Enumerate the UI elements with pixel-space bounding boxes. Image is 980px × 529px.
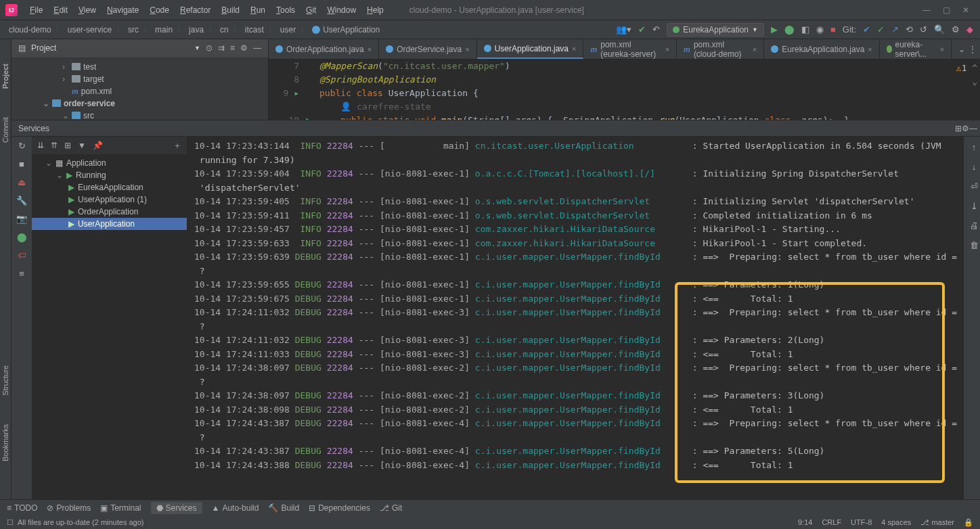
- dependencies-tab[interactable]: ⊟Dependencies: [309, 503, 370, 513]
- git-push-icon[interactable]: ↗: [891, 24, 899, 34]
- add-icon[interactable]: ＋: [173, 140, 181, 152]
- build-tab[interactable]: 🔨Build: [268, 503, 299, 513]
- rerun-icon[interactable]: ↻: [18, 141, 26, 151]
- expand-icon[interactable]: ⊞: [955, 124, 962, 133]
- down-icon[interactable]: ↓: [972, 162, 977, 172]
- project-tool-tab[interactable]: Project: [0, 60, 11, 93]
- clear-icon[interactable]: 🗑: [970, 240, 979, 250]
- undo-icon[interactable]: ↶: [652, 24, 660, 34]
- breadcrumb-item[interactable]: user-service: [66, 25, 114, 34]
- tree-item-pom[interactable]: mpom.xml: [12, 85, 268, 97]
- collapse-all-icon[interactable]: ⇈: [51, 141, 58, 150]
- wrench-icon[interactable]: 🔧: [16, 196, 27, 206]
- stop-button[interactable]: ■: [830, 24, 836, 34]
- hide-icon[interactable]: —: [253, 43, 261, 53]
- breadcrumb-item[interactable]: itcast: [243, 25, 266, 34]
- expand-all-icon[interactable]: ⇊: [37, 141, 44, 150]
- menu-build[interactable]: Build: [216, 3, 245, 18]
- stop-icon[interactable]: ■: [19, 159, 24, 169]
- editor-tab[interactable]: OrderService.java×: [379, 39, 476, 59]
- wrap-icon[interactable]: ⏎: [971, 181, 978, 191]
- inspection-badge[interactable]: ⚠1 ^ ⌄: [947, 60, 980, 120]
- toolbox-icon[interactable]: ◆: [966, 24, 973, 34]
- close-button[interactable]: ✕: [962, 5, 969, 15]
- expand-all-icon[interactable]: ⇉: [218, 43, 225, 53]
- breadcrumb-item[interactable]: cn: [218, 25, 231, 34]
- svc-item-order[interactable]: ▶OrderApplication: [32, 206, 187, 218]
- running-node[interactable]: ⌄▶Running: [32, 169, 187, 181]
- menu-navigate[interactable]: Navigate: [102, 3, 144, 18]
- menu-git[interactable]: Git: [300, 3, 321, 18]
- menu-help[interactable]: Help: [361, 3, 389, 18]
- menu-edit[interactable]: Edit: [48, 3, 73, 18]
- checkmark-icon[interactable]: ✔: [638, 24, 646, 34]
- editor-tab[interactable]: mpom.xml (eureka-server)×: [583, 39, 677, 59]
- structure-tool-tab[interactable]: Structure: [0, 361, 11, 400]
- menu-window[interactable]: Window: [321, 3, 361, 18]
- layers-icon[interactable]: ≡: [19, 269, 24, 279]
- tree-item-src[interactable]: ⌄src: [12, 110, 268, 120]
- menu-file[interactable]: File: [24, 3, 48, 18]
- editor-tab[interactable]: mpom.xml (cloud-demo)×: [677, 39, 764, 59]
- menu-view[interactable]: View: [73, 3, 102, 18]
- git-branch[interactable]: ⎇ master: [920, 518, 954, 527]
- problems-tab[interactable]: ⊘Problems: [47, 503, 91, 513]
- services-tab[interactable]: ⬣Services: [151, 502, 202, 514]
- collapse-all-icon[interactable]: ≡: [230, 43, 235, 53]
- scroll-icon[interactable]: ⤓: [971, 201, 978, 211]
- settings-icon[interactable]: ⚙: [952, 24, 960, 34]
- pin-icon[interactable]: 📌: [93, 141, 103, 150]
- run-config-selector[interactable]: EurekaApplication ▼: [667, 23, 764, 37]
- menu-refactor[interactable]: Refactor: [175, 3, 216, 18]
- svc-item-user1[interactable]: ▶UserApplication (1): [32, 193, 187, 206]
- exit-icon[interactable]: ⏏: [18, 177, 26, 187]
- bug-icon[interactable]: ⬤: [17, 232, 27, 242]
- breadcrumb-item[interactable]: user: [278, 25, 298, 34]
- hide-icon[interactable]: —: [969, 124, 977, 133]
- breadcrumb-item[interactable]: src: [126, 25, 141, 34]
- group-icon[interactable]: ⊞: [64, 141, 71, 150]
- editor-tab[interactable]: EurekaApplication.java×: [764, 39, 880, 59]
- gear-icon[interactable]: ⚙: [240, 43, 248, 53]
- editor-tab[interactable]: OrderApplication.java×: [269, 39, 379, 59]
- autobuild-tab[interactable]: ▲Auto-build: [212, 503, 259, 513]
- breadcrumb-item[interactable]: main: [153, 25, 175, 34]
- editor-tab[interactable]: UserApplication.java×: [477, 39, 584, 59]
- breadcrumb-item[interactable]: cloud-demo: [7, 25, 53, 34]
- todo-tab[interactable]: ≡TODO: [7, 503, 37, 513]
- search-icon[interactable]: 🔍: [934, 24, 945, 34]
- tree-item-order-service[interactable]: ⌄order-service: [12, 97, 268, 110]
- profile-button[interactable]: ◉: [816, 24, 824, 34]
- print-icon[interactable]: 🖨: [970, 221, 979, 231]
- git-update-icon[interactable]: ✔: [863, 24, 870, 34]
- select-opened-icon[interactable]: ⊙: [206, 43, 213, 53]
- lock-icon[interactable]: 🔒: [964, 518, 973, 527]
- debug-button[interactable]: ⬤: [784, 24, 795, 34]
- run-button[interactable]: ▶: [771, 24, 778, 34]
- camera-icon[interactable]: 📷: [16, 214, 27, 224]
- app-node[interactable]: ⌄▦Application: [32, 157, 187, 169]
- tree-item-test[interactable]: ›test: [12, 61, 268, 73]
- git-tab[interactable]: ⎇Git: [380, 503, 402, 513]
- editor-tab[interactable]: eureka-server\...×: [880, 39, 952, 59]
- menu-tools[interactable]: Tools: [271, 3, 300, 18]
- gear-icon[interactable]: ⚙: [962, 124, 969, 133]
- breadcrumb-item[interactable]: UserApplication: [310, 25, 382, 34]
- caret-position[interactable]: 9:14: [798, 518, 812, 527]
- minimize-button[interactable]: —: [922, 5, 931, 15]
- svc-item-user[interactable]: ▶UserApplication: [32, 218, 187, 230]
- code-content[interactable]: @MapperScan("cn.itcast.user.mapper") @Sp…: [319, 60, 947, 120]
- svc-item-eureka[interactable]: ▶EurekaApplication: [32, 181, 187, 193]
- history-icon[interactable]: ⟲: [906, 24, 913, 34]
- breadcrumb-item[interactable]: java: [187, 25, 206, 34]
- git-commit-icon[interactable]: ✓: [877, 24, 885, 34]
- marker-icon[interactable]: 🏷: [18, 250, 26, 260]
- line-sep[interactable]: CRLF: [822, 518, 841, 527]
- commit-tool-tab[interactable]: Commit: [0, 113, 11, 147]
- revert-icon[interactable]: ↺: [920, 24, 927, 34]
- menu-code[interactable]: Code: [144, 3, 175, 18]
- tree-item-target[interactable]: ›target: [12, 73, 268, 85]
- console-output[interactable]: 10-14 17:23:43:144 INFO 22284 --- [ main…: [187, 137, 964, 499]
- up-icon[interactable]: ↑: [972, 142, 977, 152]
- users-icon[interactable]: 👥▾: [616, 24, 631, 34]
